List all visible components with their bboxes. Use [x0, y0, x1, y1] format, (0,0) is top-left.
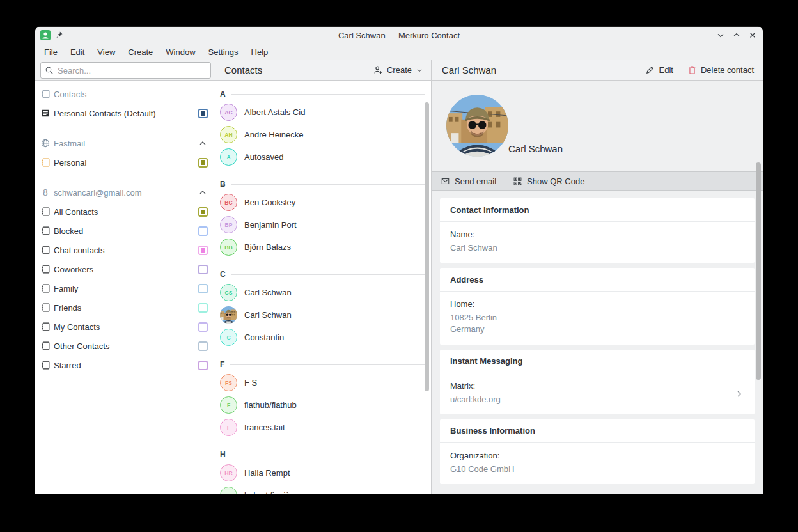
- contact-list-item[interactable]: CConstantin: [214, 326, 431, 348]
- google-icon: 8: [40, 187, 51, 198]
- visibility-checkbox[interactable]: [198, 246, 208, 255]
- visibility-checkbox[interactable]: [198, 303, 208, 313]
- sidebar-item-schwancarl-gmail-com[interactable]: 8schwancarl@gmail.com: [35, 183, 214, 202]
- visibility-checkbox[interactable]: [198, 341, 208, 351]
- contact-list-item[interactable]: Fflathub/flathub: [214, 394, 431, 416]
- trash-icon: [687, 65, 697, 75]
- sidebar-item-family[interactable]: Family: [35, 279, 214, 298]
- contact-name-label: frances.tait: [244, 423, 285, 432]
- section-header-c: C: [214, 267, 431, 281]
- contact-initials-avatar: C: [220, 329, 237, 346]
- chevron-up-icon[interactable]: [198, 187, 208, 198]
- card-field[interactable]: Matrix:u/carl:kde.org: [440, 373, 755, 414]
- visibility-checkbox[interactable]: [198, 284, 208, 293]
- section-rule: [231, 184, 425, 185]
- chevron-up-icon[interactable]: [198, 138, 208, 148]
- sidebar-item-my-contacts[interactable]: My Contacts: [35, 317, 214, 336]
- visibility-checkbox[interactable]: [198, 109, 208, 118]
- section-rule: [231, 94, 425, 95]
- sidebar-item-all-contacts[interactable]: All Contacts: [35, 202, 214, 221]
- contact-list-item[interactable]: CSCarl Schwan: [214, 281, 431, 304]
- contact-list-item[interactable]: HFhubert figuière: [214, 484, 431, 494]
- visibility-checkbox[interactable]: [198, 158, 208, 168]
- create-button[interactable]: Create: [373, 65, 423, 75]
- svg-text:8: 8: [43, 188, 48, 198]
- card-field: Organization:G10 Code GmbH: [440, 443, 755, 484]
- contact-detail-cards: Contact informationName:Carl SchwanAddre…: [432, 191, 763, 494]
- minimize-button[interactable]: [716, 30, 726, 40]
- sidebar-item-label: All Contacts: [54, 207, 195, 217]
- details-scrollbar[interactable]: [756, 162, 761, 380]
- contact-list-item[interactable]: HRHalla Rempt: [214, 462, 431, 484]
- contact-list-item[interactable]: Ffrances.tait: [214, 416, 431, 439]
- send-email-button[interactable]: Send email: [441, 176, 496, 186]
- visibility-checkbox[interactable]: [198, 207, 208, 217]
- menu-edit[interactable]: Edit: [64, 45, 91, 59]
- contacts-column-header: Contacts Create: [214, 60, 432, 80]
- contact-list-item[interactable]: Carl Schwan: [214, 304, 431, 326]
- section-header-a: A: [214, 87, 431, 101]
- sidebar-item-label: Personal: [54, 158, 195, 168]
- sidebar-item-fastmail[interactable]: Fastmail: [35, 134, 214, 153]
- maximize-button[interactable]: [731, 30, 742, 40]
- visibility-checkbox[interactable]: [198, 322, 208, 332]
- delete-contact-button[interactable]: Delete contact: [687, 65, 754, 75]
- menu-view[interactable]: View: [91, 45, 121, 59]
- sidebar-item-label: Starred: [54, 361, 195, 370]
- contact-list-item[interactable]: FSF S: [214, 372, 431, 394]
- card-field: Home:10825 BerlinGermany: [440, 292, 755, 344]
- search-box[interactable]: [40, 62, 211, 79]
- close-button[interactable]: [747, 30, 758, 40]
- field-value: 10825 BerlinGermany: [450, 312, 744, 335]
- address-book-icon: [40, 264, 51, 274]
- sidebar-item-label: Other Contacts: [54, 341, 195, 351]
- detail-title: Carl Schwan: [442, 65, 496, 75]
- sidebar-item-contacts[interactable]: Contacts: [35, 84, 214, 104]
- action-label: Show QR Code: [527, 176, 584, 186]
- sidebar-item-blocked[interactable]: Blocked: [35, 221, 214, 240]
- visibility-checkbox[interactable]: [198, 361, 208, 370]
- card-title: Address: [440, 268, 755, 292]
- sidebar-item-other-contacts[interactable]: Other Contacts: [35, 336, 214, 356]
- contact-list-item[interactable]: BPBenjamin Port: [214, 214, 431, 236]
- contact-name-label: Albert Astals Cid: [244, 107, 305, 117]
- sidebar-item-personal[interactable]: Personal: [35, 153, 214, 172]
- contact-list-item[interactable]: AAutosaved: [214, 146, 431, 168]
- contact-list-item[interactable]: ACAlbert Astals Cid: [214, 101, 431, 123]
- address-book-icon: [40, 226, 51, 236]
- show-qr-code-button[interactable]: Show QR Code: [513, 176, 584, 186]
- visibility-checkbox[interactable]: [198, 265, 208, 274]
- sidebar-item-label: My Contacts: [54, 322, 195, 332]
- sidebar-item-coworkers[interactable]: Coworkers: [35, 260, 214, 279]
- menu-window[interactable]: Window: [159, 45, 201, 59]
- menu-create[interactable]: Create: [121, 45, 159, 59]
- visibility-checkbox[interactable]: [198, 226, 208, 236]
- detail-column-header: Carl Schwan Edit Delete contact: [432, 60, 763, 80]
- sidebar-item-friends[interactable]: Friends: [35, 298, 214, 317]
- contact-list-item[interactable]: BBBjörn Balazs: [214, 236, 431, 258]
- sidebar-item-starred[interactable]: Starred: [35, 356, 214, 375]
- edit-button[interactable]: Edit: [645, 65, 673, 75]
- sidebar-item-personal-contacts-default-[interactable]: Personal Contacts (Default): [35, 104, 214, 123]
- menu-settings[interactable]: Settings: [202, 45, 245, 59]
- section-header-b: B: [214, 177, 431, 191]
- contact-initials-avatar: HR: [220, 464, 237, 481]
- contact-list-item[interactable]: BCBen Cooksley: [214, 191, 431, 214]
- detail-card-business-information: Business InformationOrganization:G10 Cod…: [440, 419, 755, 484]
- contact-initials-avatar: FS: [220, 374, 237, 391]
- sidebar-item-label: Personal Contacts (Default): [54, 109, 195, 118]
- section-letter: B: [220, 180, 226, 189]
- menu-file[interactable]: File: [38, 45, 64, 59]
- menu-help[interactable]: Help: [245, 45, 275, 59]
- contact-list-scrollbar[interactable]: [425, 102, 429, 391]
- contact-list-item[interactable]: AHAndre Heinecke: [214, 123, 431, 146]
- contact-name-label: Ben Cooksley: [244, 198, 295, 207]
- sidebar-item-chat-contacts[interactable]: Chat contacts: [35, 240, 214, 260]
- chevron-right-icon[interactable]: [734, 389, 744, 399]
- search-icon: [45, 66, 54, 75]
- address-book-icon: [40, 341, 51, 351]
- address-book-icon: [40, 245, 51, 255]
- titlebar[interactable]: Carl Schwan — Merkuro Contact: [35, 27, 763, 43]
- sidebar-item-label: Friends: [54, 303, 195, 313]
- search-input[interactable]: [58, 66, 207, 75]
